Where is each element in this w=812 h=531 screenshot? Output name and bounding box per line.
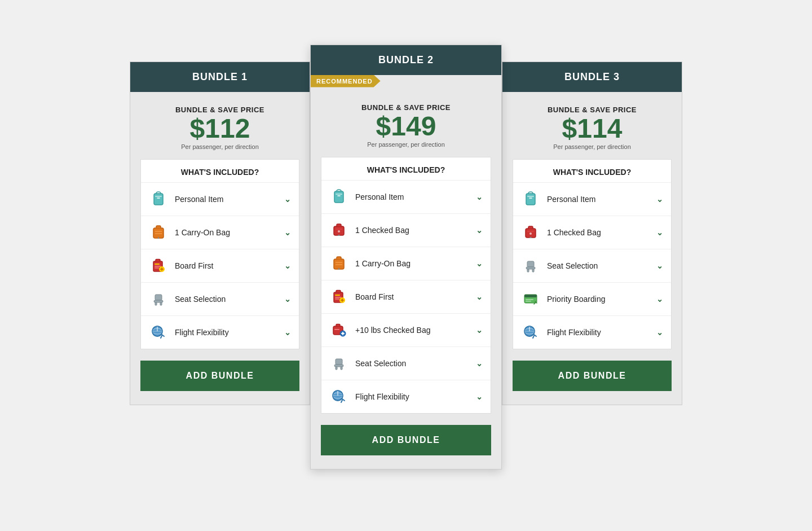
item-label-2-2: 1 Checked Bag	[355, 226, 469, 235]
included-item-2-3[interactable]: 1 Carry-On Bag ⌄	[321, 247, 491, 280]
item-label-3-1: Personal Item	[547, 195, 650, 204]
bundle-header-2: BUNDLE 2	[311, 45, 501, 75]
seat-icon-2-6	[329, 354, 348, 373]
item-chevron-2-5[interactable]: ⌄	[476, 326, 483, 335]
svg-rect-0	[154, 194, 163, 205]
included-item-2-1[interactable]: Personal Item ⌄	[321, 181, 491, 214]
item-chevron-1-1[interactable]: ⌄	[284, 195, 291, 204]
item-label-1-5: Flight Flexibility	[175, 328, 277, 337]
item-label-3-2: 1 Checked Bag	[547, 228, 650, 237]
price-value-2: $149	[376, 112, 436, 142]
included-item-2-6[interactable]: Seat Selection ⌄	[321, 347, 491, 380]
item-label-2-4: Board First	[355, 292, 469, 301]
included-item-3-3[interactable]: Seat Selection ⌄	[513, 249, 671, 283]
item-chevron-1-2[interactable]: ⌄	[284, 228, 291, 237]
svg-rect-11	[155, 302, 157, 305]
included-item-1-1[interactable]: Personal Item ⌄	[141, 183, 299, 216]
bundle-card-1: BUNDLE 1BUNDLE & SAVE PRICE$112Per passe…	[130, 62, 310, 406]
recommended-badge: RECOMMENDED	[311, 75, 381, 87]
included-box-3: WHAT'S INCLUDED? Personal Item ⌄ 1 Check…	[513, 159, 672, 349]
included-item-1-5[interactable]: Flight Flexibility ⌄	[141, 316, 299, 349]
board-first-icon-2-4	[329, 287, 348, 306]
price-value-1: $112	[190, 114, 250, 144]
bundle-body-3: BUNDLE & SAVE PRICE$114Per passenger, pe…	[502, 92, 682, 405]
svg-rect-22	[338, 268, 339, 270]
add-bundle-button-3[interactable]: ADD BUNDLE	[513, 361, 672, 391]
included-title-1: WHAT'S INCLUDED?	[141, 160, 299, 183]
included-item-3-4[interactable]: Priority Boarding ⌄	[513, 283, 671, 316]
included-item-2-7[interactable]: Flight Flexibility ⌄	[321, 380, 491, 413]
svg-rect-16	[334, 191, 343, 203]
svg-rect-42	[529, 237, 532, 238]
included-item-3-2[interactable]: 1 Checked Bag ⌄	[513, 216, 671, 249]
svg-rect-5	[155, 264, 160, 265]
included-item-1-2[interactable]: 1 Carry-On Bag ⌄	[141, 216, 299, 249]
bundle-card-3: BUNDLE 3BUNDLE & SAVE PRICE$114Per passe…	[502, 62, 682, 406]
item-chevron-1-5[interactable]: ⌄	[284, 328, 291, 337]
item-chevron-3-3[interactable]: ⌄	[656, 261, 663, 270]
svg-rect-31	[336, 359, 342, 365]
price-label-2: BUNDLE & SAVE PRICE	[361, 103, 451, 112]
item-chevron-2-7[interactable]: ⌄	[476, 392, 483, 401]
svg-rect-34	[341, 367, 342, 370]
bundle-body-2: BUNDLE & SAVE PRICE$149Per passenger, pe…	[311, 75, 501, 469]
included-item-3-1[interactable]: Personal Item ⌄	[513, 183, 671, 216]
bundles-container: BUNDLE 1BUNDLE & SAVE PRICE$112Per passe…	[96, 62, 716, 470]
svg-rect-26	[335, 299, 339, 300]
item-chevron-3-4[interactable]: ⌄	[656, 295, 663, 304]
add-bundle-button-2[interactable]: ADD BUNDLE	[321, 425, 491, 455]
item-chevron-2-1[interactable]: ⌄	[476, 192, 483, 201]
svg-rect-48	[524, 295, 537, 297]
item-label-1-3: Board First	[175, 261, 277, 270]
item-label-2-1: Personal Item	[355, 192, 469, 201]
svg-rect-21	[334, 259, 344, 269]
bundle-header-3: BUNDLE 3	[502, 62, 682, 92]
included-item-3-5[interactable]: Flight Flexibility ⌄	[513, 316, 671, 349]
price-value-3: $114	[562, 114, 623, 144]
included-item-1-3[interactable]: Board First ⌄	[141, 249, 299, 283]
svg-rect-39	[527, 196, 534, 197]
personal-item-icon-3-1	[521, 190, 540, 209]
item-chevron-3-1[interactable]: ⌄	[656, 195, 663, 204]
item-chevron-2-3[interactable]: ⌄	[476, 259, 483, 268]
svg-rect-9	[155, 295, 162, 300]
svg-rect-32	[334, 365, 343, 367]
svg-rect-24	[335, 295, 340, 296]
item-chevron-3-5[interactable]: ⌄	[656, 328, 663, 337]
svg-rect-25	[335, 297, 341, 298]
price-label-1: BUNDLE & SAVE PRICE	[175, 106, 264, 114]
included-item-2-5[interactable]: +10 lbs Checked Bag ⌄	[321, 314, 491, 347]
item-label-1-2: 1 Carry-On Bag	[175, 228, 277, 237]
bundle-body-1: BUNDLE & SAVE PRICE$112Per passenger, pe…	[130, 92, 310, 405]
svg-rect-46	[532, 269, 534, 272]
included-item-1-4[interactable]: Seat Selection ⌄	[141, 283, 299, 316]
item-chevron-1-3[interactable]: ⌄	[284, 261, 291, 270]
item-chevron-2-2[interactable]: ⌄	[476, 226, 483, 235]
seat-icon-1-4	[149, 289, 168, 309]
item-label-2-5: +10 lbs Checked Bag	[355, 326, 469, 335]
svg-point-19	[338, 230, 340, 232]
included-item-2-4[interactable]: Board First ⌄	[321, 280, 491, 314]
add-bundle-button-1[interactable]: ADD BUNDLE	[140, 361, 299, 391]
svg-rect-29	[334, 329, 339, 330]
item-label-2-6: Seat Selection	[355, 359, 469, 368]
bundle-header-1: BUNDLE 1	[130, 62, 310, 92]
item-chevron-3-2[interactable]: ⌄	[656, 228, 663, 237]
svg-rect-7	[155, 267, 159, 269]
included-item-2-2[interactable]: 1 Checked Bag ⌄	[321, 214, 491, 247]
checked-bag-icon-3-2	[521, 223, 540, 242]
personal-item-icon-2-1	[329, 187, 348, 207]
item-chevron-1-4[interactable]: ⌄	[284, 295, 291, 304]
plus-bag-icon-2-5	[329, 321, 348, 340]
svg-rect-38	[526, 194, 535, 205]
item-label-2-7: Flight Flexibility	[355, 392, 469, 401]
carry-on-icon-1-2	[149, 223, 168, 242]
svg-rect-2	[153, 228, 164, 238]
bundle-card-2: BUNDLE 2RECOMMENDEDBUNDLE & SAVE PRICE$1…	[310, 45, 502, 470]
priority-icon-3-4	[521, 289, 540, 309]
svg-rect-3	[158, 237, 159, 239]
item-chevron-2-6[interactable]: ⌄	[476, 359, 483, 368]
personal-item-icon-1-1	[149, 190, 168, 209]
svg-rect-49	[526, 299, 533, 300]
item-chevron-2-4[interactable]: ⌄	[476, 292, 483, 301]
